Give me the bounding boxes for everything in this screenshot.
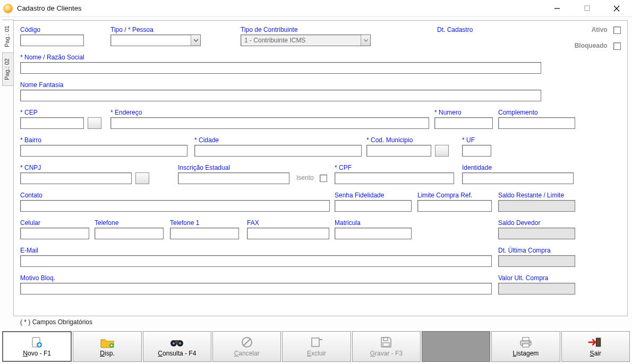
contato-label: Contato — [20, 192, 330, 199]
main-area: Pag.: 01 Pag.: 02 Código Tipo / * Pessoa… — [0, 17, 632, 328]
delete-icon — [309, 336, 324, 349]
valor-ult-compra-label: Valor Ult. Compra — [498, 274, 575, 282]
bloqueado-label: Bloqueado — [575, 42, 608, 49]
printer-icon — [518, 336, 533, 349]
svg-point-15 — [179, 342, 181, 344]
cidade-field[interactable] — [194, 145, 362, 157]
save-icon — [379, 336, 394, 349]
contato-field[interactable] — [20, 200, 330, 212]
complemento-label: Complemento — [498, 109, 575, 116]
identidade-field[interactable] — [462, 172, 574, 184]
endereco-label: * Endereço — [110, 109, 432, 116]
numero-label: * Numero — [434, 109, 493, 116]
telefone-field[interactable] — [95, 228, 164, 239]
exit-icon — [588, 336, 603, 349]
bairro-label: * Bairro — [20, 136, 187, 144]
form-panel: Código Tipo / * Pessoa Tipo de Contribui… — [13, 20, 628, 316]
toolbar: NNovo - F1ovo - F1 Disp. Disp. Consulta … — [2, 331, 630, 362]
app-icon — [3, 4, 13, 13]
tipo-contribuinte-combo[interactable]: 1 - Contribuinte ICMS — [241, 34, 371, 46]
cod-municipio-lookup-button[interactable] — [435, 145, 449, 157]
matricula-field[interactable] — [335, 228, 412, 239]
svg-rect-13 — [175, 340, 178, 343]
celular-field[interactable] — [20, 228, 89, 239]
cod-municipio-field[interactable] — [366, 145, 431, 157]
nome-razao-field[interactable] — [20, 62, 541, 74]
cep-field[interactable] — [20, 117, 84, 129]
maximize-button[interactable] — [575, 1, 599, 16]
svg-rect-20 — [383, 337, 388, 341]
dt-cadastro-label: Dt. Cadastro — [437, 26, 473, 33]
email-field[interactable] — [20, 255, 492, 267]
bairro-field[interactable] — [20, 145, 187, 157]
codigo-field[interactable] — [20, 34, 84, 46]
cpf-field[interactable] — [335, 172, 454, 184]
svg-rect-1 — [585, 6, 590, 11]
tipo-contribuinte-value: 1 - Contribuinte ICMS — [244, 37, 305, 44]
gravar-button[interactable]: Gravar - F3 Gravar - F3 — [352, 331, 421, 362]
saldo-devedor-label: Saldo Devedor — [498, 219, 575, 227]
senha-fidelidade-field[interactable] — [335, 200, 412, 212]
valor-ult-compra-display — [498, 283, 575, 294]
limite-compra-ref-label: Limite Compra Ref. — [417, 192, 492, 199]
svg-rect-21 — [383, 343, 389, 346]
matricula-label: Matricula — [335, 219, 412, 227]
nome-fantasia-field[interactable] — [20, 90, 541, 101]
telefone1-label: Telefone 1 — [170, 219, 239, 227]
telefone1-field[interactable] — [170, 228, 239, 239]
svg-line-17 — [243, 339, 251, 346]
listagem-button[interactable]: Listagem Listagem — [491, 331, 560, 362]
disp-button[interactable]: Disp. Disp. — [73, 331, 141, 362]
bloqueado-checkbox[interactable] — [613, 42, 621, 50]
fax-field[interactable] — [247, 228, 329, 239]
uf-field[interactable] — [462, 145, 491, 157]
ativo-checkbox[interactable] — [613, 27, 621, 34]
isento-checkbox[interactable] — [320, 175, 327, 182]
cidade-label: * Cidade — [194, 136, 362, 144]
folder-icon — [100, 336, 115, 349]
celular-label: Celular — [20, 219, 89, 227]
isento-label: Isento — [296, 174, 314, 181]
identidade-label: Identidade — [462, 164, 574, 171]
inscricao-estadual-field[interactable] — [178, 172, 289, 184]
required-fields-note: ( * ) Campos Obrigatórios — [20, 318, 92, 326]
limite-compra-ref-field[interactable] — [417, 200, 492, 212]
excluir-button[interactable]: Excluir Excluir — [282, 331, 351, 362]
window-title: Cadastro de Clientes — [17, 4, 81, 12]
close-button[interactable] — [604, 1, 629, 16]
tipo-contribuinte-label: Tipo de Contribuinte — [241, 26, 384, 33]
minimize-button[interactable] — [545, 1, 569, 16]
dt-ultima-compra-label: Dt. Última Compra — [498, 247, 575, 254]
tab-page-02[interactable]: Pag.: 02 — [2, 53, 14, 86]
saldo-restante-display — [498, 200, 575, 212]
uf-label: * UF — [462, 136, 491, 144]
sair-button[interactable]: Sair Sair — [561, 331, 630, 362]
cod-municipio-label: * Cod. Municipio — [366, 136, 449, 144]
email-label: E-Mail — [20, 247, 492, 254]
codigo-label: Código — [20, 26, 95, 33]
cep-lookup-button[interactable] — [88, 117, 101, 129]
cep-label: * CEP — [20, 109, 101, 116]
svg-rect-27 — [597, 339, 600, 345]
cancelar-button[interactable]: Cancelar Cancelar — [212, 331, 281, 362]
numero-field[interactable] — [434, 117, 493, 129]
motivo-bloq-field[interactable] — [20, 283, 492, 294]
novo-button[interactable]: NNovo - F1ovo - F1 — [2, 331, 72, 362]
nome-fantasia-label: Nome Fantasia — [20, 81, 541, 89]
tipo-pessoa-combo[interactable] — [110, 34, 201, 46]
nome-razao-label: * Nome / Razão Social — [20, 54, 541, 61]
tab-page-01[interactable]: Pag.: 01 — [2, 20, 14, 53]
endereco-field[interactable] — [110, 117, 429, 129]
cnpj-field[interactable] — [20, 172, 132, 184]
complemento-field[interactable] — [498, 117, 575, 129]
titlebar: Cadastro de Clientes — [0, 0, 632, 17]
consulta-button[interactable]: Consulta - F4 Consulta - F4 — [143, 331, 211, 362]
new-icon — [30, 336, 45, 349]
motivo-bloq-label: Motivo Bloq. — [20, 274, 492, 282]
svg-rect-23 — [523, 337, 529, 341]
saldo-restante-label: Saldo Restante / Limite — [498, 192, 575, 199]
chevron-down-icon — [361, 35, 370, 46]
cnpj-lookup-button[interactable] — [135, 172, 149, 184]
svg-rect-18 — [312, 338, 319, 346]
tipo-pessoa-label: Tipo / * Pessoa — [110, 26, 217, 33]
